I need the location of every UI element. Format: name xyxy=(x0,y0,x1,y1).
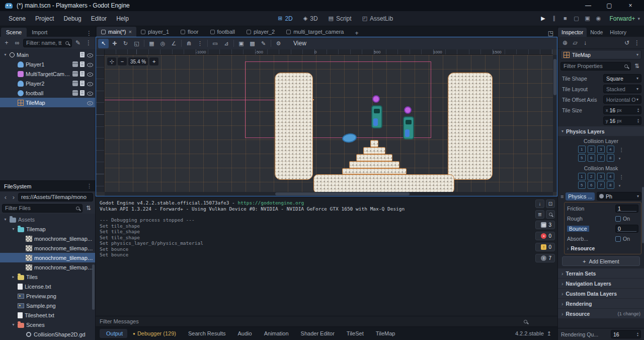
bottom-panel-tab[interactable]: ● Debugger (129) xyxy=(128,329,181,338)
script-icon[interactable] xyxy=(80,71,85,77)
inspector-section[interactable]: Resource (1 change) xyxy=(558,309,644,318)
canvas-tool-button[interactable] xyxy=(144,40,144,47)
canvas-tool-button[interactable]: ⋒ xyxy=(184,39,194,48)
file-tree-item[interactable]: ▾ Scenes xyxy=(0,320,95,329)
visibility-eye-icon[interactable] xyxy=(87,71,94,77)
zoom-in-button[interactable]: + xyxy=(149,57,158,65)
add-element-button[interactable]: + Add Element xyxy=(562,256,640,266)
bottom-panel-tab[interactable]: Output xyxy=(100,329,127,338)
mask-grid-menu-icon[interactable]: ⋮ xyxy=(619,174,624,180)
file-tree-item[interactable]: monochrome_tilemap_... xyxy=(0,243,95,253)
sort-files-icon[interactable]: ⇅ xyxy=(84,203,93,213)
chevron-down-icon[interactable]: ▾ xyxy=(619,157,624,161)
scene-tab[interactable]: floor xyxy=(176,27,205,37)
2d-viewport[interactable]: -1000 -500 0 500 1000 1500 ⊹ − 35.4 % xyxy=(96,49,557,196)
collision-layer-bit[interactable]: 8 xyxy=(607,154,614,162)
log-url[interactable]: https://godotengine.org xyxy=(238,200,304,206)
collision-mask-bit[interactable]: 3 xyxy=(597,173,605,180)
file-tree-item[interactable]: monochrome_tilemap_... xyxy=(0,253,95,262)
viewport-vertical-scrollbar[interactable] xyxy=(553,55,557,192)
canvas-tool-button[interactable]: ◱ xyxy=(131,39,142,48)
menu-item[interactable]: Editor xyxy=(87,13,111,24)
collapse-log-button[interactable]: ≣ xyxy=(535,210,544,219)
mode-tab[interactable]: ◈ 3D xyxy=(298,13,323,24)
layer-grid-menu-icon[interactable]: ⋮ xyxy=(619,147,624,153)
inspector-tab[interactable]: History xyxy=(606,28,630,37)
playback-button[interactable]: ▢ xyxy=(571,15,582,22)
tile-size-x-spinner[interactable]: x 16 px ▴▾ xyxy=(603,106,641,114)
bounce-field[interactable]: 0 xyxy=(615,225,638,233)
menu-item[interactable]: Project xyxy=(31,13,58,24)
scene-filter-input[interactable]: Filter: name, tt xyxy=(23,39,72,47)
canvas-tool-button[interactable]: ▦ xyxy=(146,39,157,48)
file-filter-input[interactable]: Filter Files xyxy=(2,204,83,213)
scene-tree-node[interactable]: MultiTargetCamera xyxy=(0,69,95,79)
scene-tab[interactable]: main(*) × xyxy=(97,27,136,37)
collision-mask-bit[interactable]: 5 xyxy=(578,181,586,189)
canvas-tool-button[interactable]: ✚ xyxy=(109,39,120,48)
property-sort-icon[interactable]: ⇅ xyxy=(632,61,641,71)
playback-button[interactable]: ■ xyxy=(559,15,571,22)
open-instance-icon[interactable] xyxy=(72,71,78,77)
playback-button[interactable]: ∥ xyxy=(548,15,559,22)
save-resource-button[interactable]: ↓ xyxy=(581,38,590,47)
canvas-tool-button[interactable]: ↖ xyxy=(98,39,109,48)
scene-tree-node[interactable]: Player1 xyxy=(0,59,95,69)
collision-mask-bit[interactable]: 1 xyxy=(578,173,586,180)
nav-back-icon[interactable]: ‹ xyxy=(2,193,9,201)
new-scene-tab-button[interactable]: + xyxy=(351,30,362,37)
view-menu-button[interactable]: View xyxy=(288,39,311,48)
file-tree-item[interactable]: monochrome_tilemap_... xyxy=(0,262,95,272)
visibility-eye-icon[interactable] xyxy=(87,61,94,67)
breadcrumb[interactable]: res://Assets/Tilemap/mono xyxy=(18,193,93,201)
script-icon[interactable] xyxy=(80,52,85,57)
property-filter-input[interactable]: Filter Properties xyxy=(560,62,631,71)
file-tree-item[interactable]: Tilesheet.txt xyxy=(0,310,95,320)
collision-mask-bit[interactable]: 6 xyxy=(588,181,595,189)
playback-button[interactable]: ▣ xyxy=(582,15,593,22)
tile-tower-right[interactable] xyxy=(448,73,493,180)
inspector-section[interactable]: Navigation Layers xyxy=(558,279,644,288)
collision-mask-bit[interactable]: 7 xyxy=(597,181,605,189)
dock-tab[interactable]: Import xyxy=(27,28,52,37)
tile-platform[interactable] xyxy=(313,174,454,192)
message-filter-badge[interactable]: ▤ 3 xyxy=(535,221,555,229)
tile-tower-left[interactable] xyxy=(275,73,313,180)
bottom-panel-tab[interactable]: Audio xyxy=(231,329,257,338)
nav-forward-icon[interactable]: › xyxy=(10,193,17,201)
canvas-tool-button[interactable] xyxy=(207,40,208,47)
canvas-tool-button[interactable]: ⊿ xyxy=(221,39,231,48)
viewport-horizontal-scrollbar[interactable] xyxy=(105,192,553,196)
rough-checkbox[interactable] xyxy=(615,216,621,222)
scene-tab[interactable]: player_2 xyxy=(242,27,282,37)
message-filter-badge[interactable]: ! 0 xyxy=(535,243,555,251)
open-instance-icon[interactable] xyxy=(72,52,78,57)
scene-tree-node[interactable]: football xyxy=(0,88,95,98)
open-instance-icon[interactable] xyxy=(72,81,78,86)
load-resource-button[interactable]: ▱ xyxy=(571,38,580,47)
new-resource-button[interactable]: ⊕ xyxy=(560,38,570,47)
playback-button[interactable]: ▶ xyxy=(537,15,548,22)
script-icon[interactable] xyxy=(80,90,85,96)
bottom-panel-tab[interactable]: TileMap xyxy=(369,329,400,338)
canvas-tool-button[interactable] xyxy=(271,40,271,47)
resource-subsection[interactable]: Resource xyxy=(566,244,639,253)
collision-mask-bit[interactable]: 8 xyxy=(607,181,614,189)
dock-menu-icon[interactable]: ⋮ xyxy=(83,30,95,37)
tile-pyramid[interactable] xyxy=(342,140,407,174)
canvas-tool-button[interactable]: ▩ xyxy=(247,39,258,48)
menu-item[interactable]: Debug xyxy=(59,13,86,24)
tile-offset-axis-dropdown[interactable]: Horizontal O ▾ xyxy=(603,95,641,104)
message-filter-badge[interactable]: × 0 xyxy=(535,232,555,240)
bottom-panel-tab[interactable]: Shader Editor xyxy=(294,329,339,338)
inspector-section[interactable]: Custom Data Layers xyxy=(558,289,644,298)
inspector-tab[interactable]: Inspector xyxy=(558,28,587,37)
add-node-button[interactable]: + xyxy=(2,38,11,47)
canvas-tool-button[interactable]: ⋮ xyxy=(195,39,205,48)
file-tree-item[interactable]: ▾ Tilemap xyxy=(0,224,95,234)
inspector-section[interactable]: Terrain Sets xyxy=(558,268,644,278)
playback-button[interactable]: ◉ xyxy=(593,15,604,22)
collision-mask-bit[interactable]: 4 xyxy=(607,173,614,180)
scene-tree-node[interactable]: Player2 xyxy=(0,79,95,88)
tile-shape-dropdown[interactable]: Square ▾ xyxy=(603,74,641,83)
